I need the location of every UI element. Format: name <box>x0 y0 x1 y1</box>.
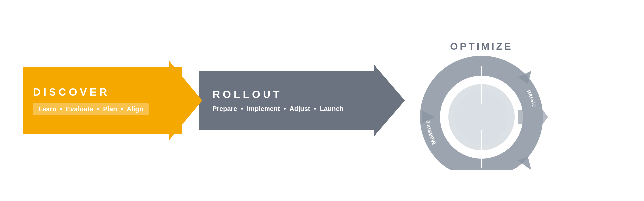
svg-text:Motivate: Motivate <box>467 76 493 85</box>
rollout-steps: Prepare • Implement • Adjust • Launch <box>212 105 344 113</box>
discover-title: DISCOVER <box>33 86 110 98</box>
rollout-steps-text: Prepare • Implement • Adjust • Launch <box>212 105 344 112</box>
discover-steps-text: Learn • Evaluate • Plan • Align <box>38 105 143 113</box>
rollout-arrow-body: ROLLOUT Prepare • Implement • Adjust • L… <box>199 71 375 130</box>
rollout-title: ROLLOUT <box>212 88 282 100</box>
discover-steps: Learn • Evaluate • Plan • Align <box>33 103 149 115</box>
rollout-arrow-head <box>374 64 405 137</box>
rollout-arrow: ROLLOUT Prepare • Implement • Adjust • L… <box>199 64 405 137</box>
discover-arrow-head <box>169 61 202 140</box>
optimize-section: OPTIMIZE <box>412 31 551 170</box>
diagram-container: DISCOVER Learn • Evaluate • Plan • Align… <box>23 18 621 183</box>
optimize-title: OPTIMIZE <box>450 41 513 52</box>
discover-arrow-body: DISCOVER Learn • Evaluate • Plan • Align <box>23 67 182 134</box>
discover-arrow: DISCOVER Learn • Evaluate • Plan • Align <box>23 61 202 140</box>
optimize-svg: Measure Motivate Iterate <box>415 51 548 170</box>
